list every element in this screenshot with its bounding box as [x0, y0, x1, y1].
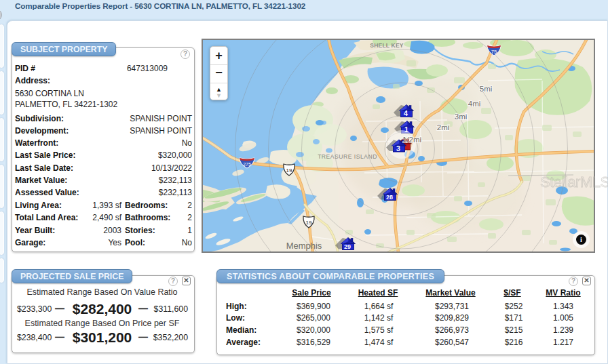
svg-text:4: 4	[404, 109, 408, 117]
svg-text:1/2mi: 1/2mi	[402, 136, 421, 144]
svg-text:4mi: 4mi	[468, 100, 481, 108]
svg-text:2mi: 2mi	[437, 123, 450, 132]
svg-text:275: 275	[243, 162, 251, 167]
svg-text:Memphis: Memphis	[286, 241, 322, 251]
svg-text:SHELL KEY: SHELL KEY	[370, 42, 403, 49]
svg-text:19: 19	[286, 167, 292, 174]
svg-text:28: 28	[386, 194, 393, 201]
svg-text:19: 19	[306, 220, 312, 226]
svg-text:3: 3	[396, 144, 400, 153]
svg-text:TREASURE ISLAND: TREASURE ISLAND	[318, 153, 377, 160]
svg-text:75: 75	[491, 49, 497, 55]
svg-text:29: 29	[344, 243, 351, 250]
svg-text:3mi: 3mi	[455, 113, 468, 121]
svg-text:5mi: 5mi	[480, 85, 493, 93]
